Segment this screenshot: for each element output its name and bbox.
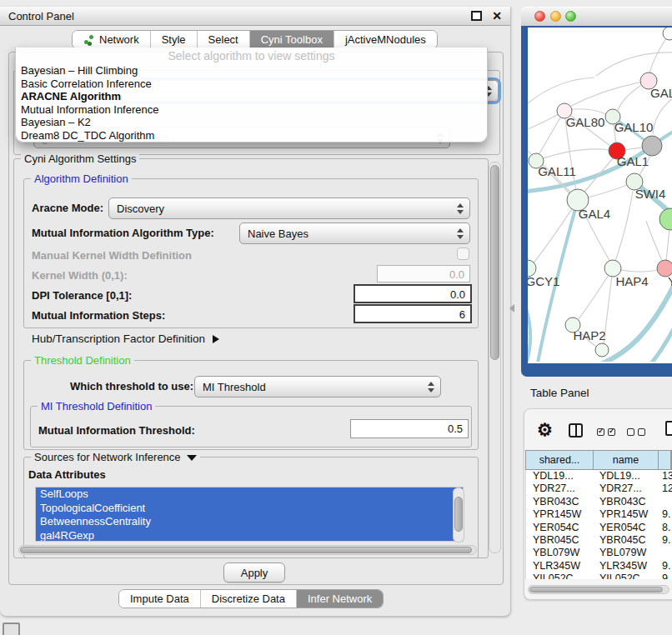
algorithm-option-mutual-information-inference[interactable]: Mutual Information Inference xyxy=(16,103,487,117)
table-body[interactable]: YDL19...YDL19...13YDR27...YDR27...12YBR0… xyxy=(525,470,672,579)
columns-icon[interactable] xyxy=(569,423,583,438)
network-node[interactable] xyxy=(642,136,662,156)
tab-jactivemnodules[interactable]: jActiveMNodules xyxy=(334,31,437,48)
attributes-scrollbar-thumb[interactable] xyxy=(454,497,463,532)
table-row[interactable]: YBL079WYBL079W xyxy=(526,547,672,559)
table-cell: YDR27... xyxy=(594,482,659,495)
table-cell: YBL079W xyxy=(526,547,594,559)
tab-cyni-toolbox[interactable]: Cyni Toolbox xyxy=(250,31,334,48)
network-window-titlebar[interactable] xyxy=(521,7,672,27)
table-cell: 12 xyxy=(659,482,672,495)
column-header[interactable]: name xyxy=(594,451,659,469)
file-icon[interactable] xyxy=(665,421,672,436)
table-cell: YER054C xyxy=(594,522,659,534)
table-hscrollbar-thumb[interactable] xyxy=(529,587,663,592)
network-node[interactable] xyxy=(663,28,672,40)
network-canvas[interactable]: GALGAL80GAL10GAL1GAL11SWI4GAL4GCY1HAP4YH… xyxy=(528,28,672,363)
mi-type-combo[interactable]: Naive Bayes xyxy=(239,222,470,244)
hub-definition-toggle[interactable]: Hub/Transcription Factor Definition xyxy=(32,332,219,345)
which-threshold-label: Which threshold to use: xyxy=(70,381,193,392)
table-panel-title: Table Panel xyxy=(530,387,589,399)
stepper-arrows-icon xyxy=(457,228,464,239)
attribute-item-topologicalcoefficient[interactable]: TopologicalCoefficient xyxy=(36,502,463,516)
network-edge xyxy=(528,296,530,362)
minimize-traffic-light-icon[interactable] xyxy=(550,11,561,22)
minimized-panel-icon[interactable] xyxy=(3,622,20,635)
splitter-collapse-arrow[interactable] xyxy=(509,304,514,312)
column-header[interactable]: shared... xyxy=(526,451,594,469)
bottom-tab-infer-network[interactable]: Infer Network xyxy=(297,590,383,608)
algorithm-option-dream8-dc-tdc-algorithm[interactable]: Dream8 DC_TDC Algorithm xyxy=(16,129,487,142)
table-row[interactable]: YDR27...YDR27...12 xyxy=(526,482,672,495)
bottom-tab-discretize-data[interactable]: Discretize Data xyxy=(201,590,297,608)
tab-label: Network xyxy=(99,33,139,46)
tab-select[interactable]: Select xyxy=(198,31,250,48)
dpi-tolerance-field[interactable]: 0.0 xyxy=(354,284,472,303)
sources-hscrollbar-thumb[interactable] xyxy=(20,547,472,553)
algorithm-option-bayesian-hill-climbing[interactable]: Bayesian – Hill Climbing xyxy=(16,64,487,78)
mi-threshold-field[interactable]: 0.5 xyxy=(350,419,469,438)
mi-steps-label: Mutual Information Steps: xyxy=(32,310,165,322)
settings-scrollbar-thumb[interactable] xyxy=(490,165,499,360)
aracne-mode-value: Discovery xyxy=(117,202,164,215)
close-icon[interactable]: ✕ xyxy=(492,10,502,22)
network-node[interactable] xyxy=(595,343,609,357)
apply-button[interactable]: Apply xyxy=(223,562,285,582)
table-row[interactable]: YDL19...YDL19...13 xyxy=(526,470,672,482)
attributes-scrollbar[interactable] xyxy=(453,488,464,542)
tab-style[interactable]: Style xyxy=(151,31,198,48)
dropdown-placeholder: Select algorithm to view settings xyxy=(16,48,487,64)
attribute-item-betweennesscentrality[interactable]: BetweennessCentrality xyxy=(36,515,463,529)
algorithm-option-bayesian-k2[interactable]: Bayesian – K2 xyxy=(16,116,487,129)
table-cell: YLR345W xyxy=(526,560,594,572)
table-row[interactable]: YER054CYER054C8. xyxy=(526,522,672,534)
table-row[interactable]: YBR045CYBR045C9. xyxy=(526,534,672,547)
unchecked-checkbox-icon[interactable] xyxy=(627,428,634,436)
table-row[interactable]: YBR043CYBR043C xyxy=(526,496,672,508)
attribute-item-selfloops[interactable]: SelfLoops xyxy=(36,488,463,502)
data-attributes-list[interactable]: SelfLoopsTopologicalCoefficientBetweenne… xyxy=(35,487,464,542)
sources-hscrollbar[interactable] xyxy=(18,545,477,555)
checked-checkbox-icon[interactable] xyxy=(608,428,615,436)
kernel-width-field[interactable]: 0.0 xyxy=(377,265,470,282)
control-panel-tabs: NetworkStyleSelectCyni ToolboxjActiveMNo… xyxy=(72,30,438,49)
which-threshold-combo[interactable]: MI Threshold xyxy=(194,376,441,398)
tab-label: Infer Network xyxy=(308,592,372,605)
mi-steps-field[interactable]: 6 xyxy=(354,304,472,323)
table-row[interactable]: YLR345WYLR345W9. xyxy=(526,560,672,572)
settings-scrollbar[interactable] xyxy=(489,162,501,553)
node-label: GCY1 xyxy=(528,274,559,288)
column-header[interactable] xyxy=(659,451,671,469)
algorithm-option-basic-correlation-inference[interactable]: Basic Correlation Inference xyxy=(16,78,487,91)
float-window-icon[interactable] xyxy=(471,11,482,21)
table-cell: YER054C xyxy=(526,522,594,534)
table-cell xyxy=(659,496,672,508)
gear-icon[interactable]: ⚙ xyxy=(537,421,553,438)
network-view-window: GALGAL80GAL10GAL1GAL11SWI4GAL4GCY1HAP4YH… xyxy=(521,7,672,377)
aracne-mode-label: Aracne Mode: xyxy=(32,202,103,214)
collapse-arrow-icon xyxy=(187,455,197,461)
table-hscrollbar[interactable] xyxy=(528,585,669,594)
unchecked-checkbox-icon[interactable] xyxy=(638,428,645,436)
algorithm-option-aracne-algorithm[interactable]: ARACNE Algorithm xyxy=(16,90,487,103)
node-label: GAL4 xyxy=(579,207,610,221)
settings-legend: Cyni Algorithm Settings xyxy=(21,152,139,165)
checked-checkbox-icon[interactable] xyxy=(597,428,604,436)
attribute-item-gal4rgexp[interactable]: gal4RGexp xyxy=(36,529,463,542)
sources-legend[interactable]: Sources for Network Inference xyxy=(31,451,200,463)
table-row[interactable]: YPR145WYPR145W9. xyxy=(526,508,672,521)
manual-kernel-checkbox[interactable] xyxy=(457,248,469,260)
kernel-width-label: Kernel Width (0,1): xyxy=(32,270,128,282)
tab-network[interactable]: Network xyxy=(73,31,151,48)
aracne-mode-combo[interactable]: Discovery xyxy=(108,198,470,219)
bottom-tab-impute-data[interactable]: Impute Data xyxy=(119,590,201,608)
tab-label: Style xyxy=(162,33,186,46)
table-cell: 9. xyxy=(659,508,672,521)
control-panel-titlebar[interactable]: Control Panel ✕ xyxy=(0,7,510,26)
zoom-traffic-light-icon[interactable] xyxy=(565,11,576,22)
network-node[interactable] xyxy=(659,208,672,230)
dpi-tolerance-label: DPI Tolerance [0,1]: xyxy=(32,290,132,302)
mi-threshold-definition-legend: MI Threshold Definition xyxy=(38,400,155,412)
table-row[interactable]: YIL052CYIL052C9. xyxy=(526,572,672,579)
close-traffic-light-icon[interactable] xyxy=(534,11,545,22)
